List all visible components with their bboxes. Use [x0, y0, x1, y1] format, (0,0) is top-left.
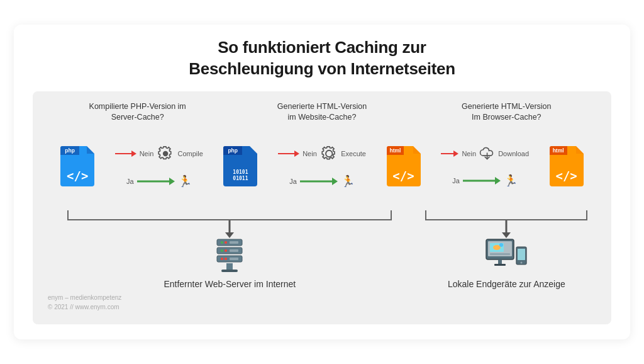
devices-label: Lokale Endgeräte zur Anzeige: [448, 279, 565, 289]
svg-rect-15: [221, 270, 238, 272]
svg-point-20: [499, 243, 503, 247]
svg-point-0: [326, 151, 332, 157]
devices-icon: [484, 238, 529, 279]
server-label: Entfernter Web-Server im Internet: [164, 279, 296, 289]
section-2-middle: Nein Execute Ja 🏃: [278, 144, 366, 188]
svg-rect-5: [230, 241, 238, 244]
gear-icon-2: [320, 144, 338, 163]
main-title: So funktioniert Caching zur Beschleunigu…: [33, 37, 611, 80]
svg-rect-9: [230, 249, 238, 252]
svg-point-12: [225, 258, 227, 260]
svg-rect-21: [490, 253, 510, 255]
html-file-1: html </>: [387, 146, 421, 186]
server-icon: [208, 238, 252, 279]
svg-rect-22: [498, 259, 502, 264]
svg-rect-23: [494, 264, 506, 266]
svg-rect-14: [226, 263, 233, 270]
section-header-1: Kompilierte PHP-Version im Server-Cache?: [45, 101, 230, 123]
svg-rect-13: [230, 258, 238, 260]
svg-point-11: [221, 258, 223, 260]
flow-area: Kompilierte PHP-Version im Server-Cache?…: [33, 91, 611, 324]
svg-point-27: [521, 261, 523, 263]
php-binary-file: php 1010101011: [223, 146, 257, 186]
svg-point-7: [221, 249, 223, 252]
php-file-1: php </>: [60, 128, 94, 204]
gear-icon-1: [157, 144, 174, 163]
cloud-download-icon: [479, 145, 495, 162]
svg-point-3: [221, 241, 223, 244]
watermark: enym – medienkompetenz © 2021 // www.eny…: [45, 293, 599, 312]
section-header-3: Generierte HTML-Version Im Browser-Cache…: [414, 101, 599, 123]
bracket-bottom: Entfernter Web-Server im Internet: [45, 210, 599, 289]
infographic: So funktioniert Caching zur Beschleunigu…: [14, 25, 630, 339]
svg-rect-26: [518, 249, 525, 260]
svg-point-19: [493, 245, 501, 250]
section-header-2: Generierte HTML-Version im Website-Cache…: [230, 101, 414, 123]
section-3-middle: Nein Download Ja 🏃: [441, 145, 529, 188]
svg-point-4: [225, 241, 227, 244]
html-file-2: html </>: [550, 146, 584, 186]
svg-point-8: [225, 249, 227, 252]
section-1-middle: Nein Compile Ja 🏃: [115, 144, 203, 188]
